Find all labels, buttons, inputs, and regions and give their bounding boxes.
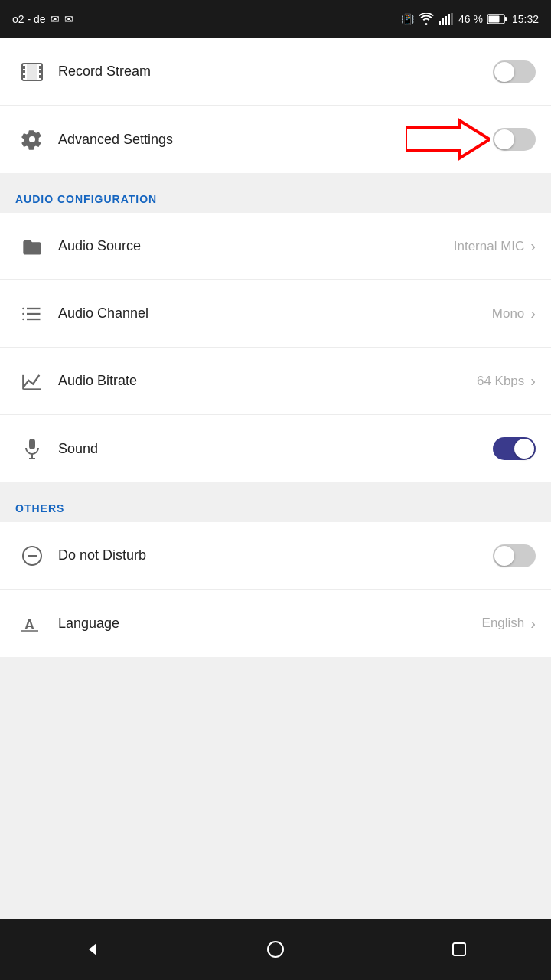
audio-config-card: Audio Source Internal MIC › Audio C (0, 213, 551, 482)
svg-rect-20 (22, 307, 24, 309)
svg-rect-4 (451, 13, 453, 25)
carrier-label: o2 - de (12, 13, 46, 25)
advanced-settings-toggle[interactable] (493, 128, 536, 151)
svg-rect-22 (22, 318, 24, 319)
svg-rect-1 (442, 18, 444, 25)
svg-rect-12 (39, 66, 42, 69)
svg-rect-28 (29, 439, 35, 449)
do-not-disturb-toggle[interactable] (493, 544, 536, 567)
audio-bitrate-chevron: › (530, 372, 536, 390)
back-button[interactable] (69, 926, 115, 972)
audio-source-row[interactable]: Audio Source Internal MIC › (0, 213, 551, 280)
status-left: o2 - de ✉ ✉ (12, 13, 73, 25)
audio-channel-value: Mono (492, 306, 525, 322)
no-disturb-icon (15, 545, 49, 567)
gear-icon (15, 129, 49, 150)
top-settings-card: Record Stream Advanced Settings (0, 38, 551, 173)
svg-point-36 (268, 942, 283, 957)
svg-rect-7 (488, 16, 499, 23)
time-label: 15:32 (512, 13, 539, 25)
mail-icon: ✉ (51, 13, 60, 25)
language-icon: A (15, 612, 49, 634)
svg-rect-21 (22, 312, 24, 314)
language-row[interactable]: A Language English › (0, 590, 551, 657)
folder-icon (15, 237, 49, 256)
vibrate-icon: 📳 (401, 13, 414, 25)
red-arrow-annotation (406, 116, 490, 162)
language-chevron: › (530, 615, 536, 632)
signal-icon (439, 13, 454, 25)
language-value: English (482, 616, 525, 631)
battery-label: 46 % (458, 13, 483, 25)
do-not-disturb-label: Do not Disturb (58, 547, 493, 564)
main-content: Record Stream Advanced Settings (0, 38, 551, 919)
svg-rect-14 (39, 75, 42, 78)
record-stream-toggle[interactable] (493, 60, 536, 83)
record-stream-row[interactable]: Record Stream (0, 38, 551, 106)
audio-channel-chevron: › (530, 305, 536, 322)
svg-rect-37 (453, 943, 465, 956)
svg-rect-10 (22, 70, 25, 74)
microphone-icon (15, 438, 49, 459)
svg-marker-16 (406, 120, 490, 158)
do-not-disturb-row[interactable]: Do not Disturb (0, 522, 551, 590)
record-stream-icon (15, 60, 49, 83)
mail2-icon: ✉ (64, 13, 73, 25)
others-section-header: OTHERS (0, 488, 551, 522)
svg-rect-13 (39, 70, 42, 74)
list-icon (15, 305, 49, 323)
sound-label: Sound (58, 441, 493, 457)
wifi-icon (419, 13, 434, 25)
svg-rect-0 (439, 21, 441, 25)
status-right: 📳 46 % 15:32 (401, 13, 539, 25)
svg-rect-11 (22, 75, 25, 78)
language-label: Language (58, 616, 482, 632)
home-button[interactable] (253, 926, 298, 972)
svg-text:A: A (24, 617, 34, 632)
audio-bitrate-label: Audio Bitrate (58, 373, 477, 389)
sound-toggle[interactable] (493, 437, 536, 460)
svg-rect-3 (448, 14, 450, 25)
audio-channel-label: Audio Channel (58, 305, 492, 322)
status-bar: o2 - de ✉ ✉ 📳 46 % (0, 0, 551, 38)
record-stream-label: Record Stream (58, 64, 493, 80)
svg-rect-2 (445, 16, 447, 25)
audio-source-chevron: › (530, 237, 536, 255)
audio-section-header: AUDIO CONFIGURATION (0, 179, 551, 213)
svg-rect-6 (504, 17, 507, 21)
audio-source-value: Internal MIC (454, 239, 525, 254)
advanced-settings-row[interactable]: Advanced Settings (0, 106, 551, 173)
others-card: Do not Disturb A Language English › (0, 522, 551, 657)
chart-icon (15, 371, 49, 391)
sound-row[interactable]: Sound (0, 415, 551, 482)
battery-icon (487, 14, 507, 24)
nav-bar (0, 919, 551, 980)
audio-bitrate-row[interactable]: Audio Bitrate 64 Kbps › (0, 348, 551, 415)
svg-rect-9 (22, 66, 25, 69)
svg-rect-15 (27, 64, 37, 80)
audio-bitrate-value: 64 Kbps (477, 374, 524, 389)
audio-channel-row[interactable]: Audio Channel Mono › (0, 280, 551, 348)
recents-button[interactable] (436, 926, 482, 972)
audio-source-label: Audio Source (58, 238, 454, 254)
svg-marker-35 (89, 943, 96, 956)
